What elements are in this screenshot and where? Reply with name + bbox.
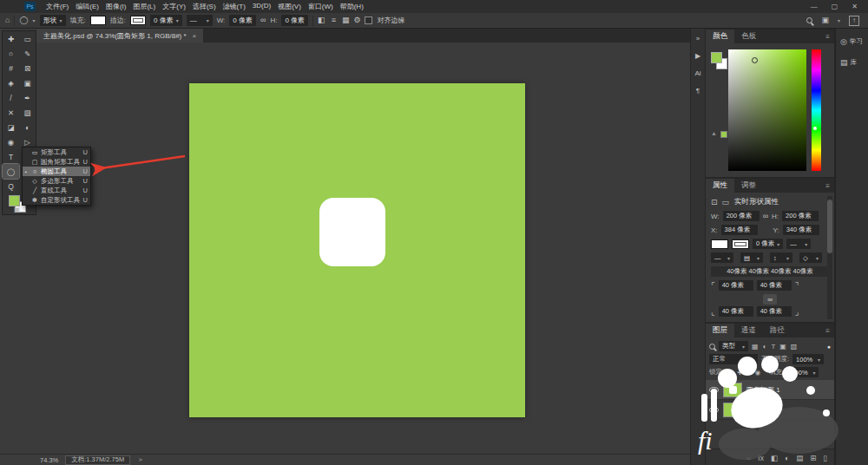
- flyout-rounded-rectangle-tool[interactable]: ▪ ▢ 圆角矩形工具 U: [23, 157, 90, 167]
- menu-item[interactable]: 3D(D): [249, 2, 274, 11]
- shape-height-field[interactable]: 0 像素: [281, 15, 308, 26]
- layer-style-icon[interactable]: fx: [758, 454, 764, 462]
- path-alignment-icon[interactable]: ≡: [332, 16, 336, 24]
- dodge-tool[interactable]: ◉: [3, 134, 19, 149]
- ai-panel-icon[interactable]: Ai: [694, 69, 700, 77]
- screen-mode-icon[interactable]: ▣: [14, 206, 21, 213]
- adjustment-layer-icon[interactable]: ◐: [785, 454, 789, 462]
- flyout-line-tool[interactable]: ▪ ╱ 直线工具 U: [23, 186, 90, 195]
- chevron-down-icon[interactable]: ▾: [838, 17, 840, 23]
- menu-item[interactable]: 帮助(H): [337, 2, 367, 11]
- layer-thumbnail[interactable]: [723, 383, 742, 397]
- menu-item[interactable]: 编辑(E): [72, 2, 102, 11]
- shape-y-field[interactable]: 340 像素: [783, 225, 819, 235]
- radius-tl-field[interactable]: 40 像素: [719, 280, 753, 291]
- align-edges-checkbox[interactable]: [365, 16, 372, 24]
- zoom-level[interactable]: 74.3%: [40, 456, 58, 464]
- panel-menu-icon[interactable]: ≡: [825, 33, 834, 41]
- status-chevron-icon[interactable]: ＞: [137, 455, 144, 464]
- libraries-panel-button[interactable]: ▤ 库: [840, 58, 868, 67]
- lock-transparent-icon[interactable]: ▨: [727, 369, 733, 377]
- workspace-icon[interactable]: ▣: [821, 16, 829, 24]
- layer-row[interactable]: 圆角矩形 1: [706, 380, 834, 400]
- rounded-rectangle-shape[interactable]: [319, 198, 385, 266]
- tab-channels[interactable]: 通道: [734, 324, 763, 337]
- layer-name[interactable]: 圆角矩形 1: [746, 385, 780, 395]
- visibility-eye-icon[interactable]: [709, 407, 719, 413]
- clone-stamp-tool[interactable]: ✒: [19, 90, 36, 105]
- gamut-warning-icon[interactable]: ▲: [711, 130, 717, 136]
- menu-item[interactable]: 滤镜(T): [220, 2, 249, 11]
- hue-slider[interactable]: [812, 49, 821, 171]
- document-tab[interactable]: 主题美化.psd @ 74.3%(圆角矩形 1, RGB/8#) * ×: [36, 29, 203, 43]
- radius-bl-field[interactable]: 40 像素: [719, 306, 753, 317]
- visibility-eye-icon[interactable]: [709, 387, 719, 393]
- link-dimensions-icon[interactable]: ∞: [260, 16, 266, 24]
- close-icon[interactable]: ✕: [852, 3, 858, 10]
- minimize-icon[interactable]: —: [811, 3, 818, 10]
- search-icon[interactable]: [806, 17, 812, 23]
- stroke-swatch[interactable]: [130, 16, 146, 25]
- lock-position-icon[interactable]: ✚: [737, 369, 742, 377]
- shape-w-field[interactable]: 200 像素: [723, 211, 760, 221]
- tool-mode-select[interactable]: 形状 ▾: [40, 15, 66, 26]
- hue-slider-marker[interactable]: [813, 127, 817, 130]
- filter-toggle-icon[interactable]: ●: [827, 344, 831, 350]
- radius-br-field[interactable]: 40 像素: [757, 306, 792, 317]
- menu-item[interactable]: 文件(F): [43, 2, 72, 11]
- filter-smart-object-icon[interactable]: ▧: [791, 343, 798, 350]
- frame-tool[interactable]: ⊠: [19, 61, 36, 75]
- stroke-width-select[interactable]: 0 像素 ▾: [753, 239, 783, 249]
- home-icon[interactable]: ⌂: [5, 16, 10, 24]
- foreground-color-swatch[interactable]: [9, 195, 20, 206]
- panel-menu-icon[interactable]: ≡: [825, 327, 834, 335]
- color-picker-marker[interactable]: [752, 57, 758, 63]
- filter-adjustment-icon[interactable]: ◐: [763, 343, 767, 350]
- shape-width-field[interactable]: 0 像素: [229, 15, 256, 26]
- menu-item[interactable]: 窗口(W): [305, 2, 337, 11]
- layer-mask-icon[interactable]: ◧: [771, 454, 778, 462]
- tab-color[interactable]: 颜色: [706, 29, 734, 43]
- zoom-tool[interactable]: Q: [3, 179, 19, 193]
- lasso-tool[interactable]: ○: [3, 46, 19, 61]
- layer-thumbnail[interactable]: [723, 403, 742, 417]
- radius-tr-field[interactable]: 40 像素: [757, 280, 792, 291]
- paragraph-panel-icon[interactable]: ¶: [696, 87, 700, 95]
- shape-h-field[interactable]: 200 像素: [782, 211, 819, 221]
- stroke-corner-select[interactable]: ◇ ▾: [799, 252, 822, 263]
- eraser-tool[interactable]: ▨: [19, 105, 36, 120]
- menu-item[interactable]: 视图(V): [274, 2, 305, 11]
- new-layer-icon[interactable]: ⊞: [810, 454, 816, 462]
- link-layers-icon[interactable]: ∞: [746, 454, 751, 462]
- type-tool[interactable]: T: [3, 149, 19, 164]
- shape-tool[interactable]: ◯: [3, 164, 19, 179]
- stroke-line-select[interactable]: — ▾: [786, 239, 811, 249]
- fill-swatch[interactable]: [711, 239, 728, 249]
- flyout-custom-shape-tool[interactable]: ▪ ✽ 自定形状工具 U: [23, 195, 90, 205]
- layer-filter-select[interactable]: 类型 ▾: [719, 341, 748, 351]
- share-icon[interactable]: ↑: [849, 16, 859, 26]
- stroke-type-select[interactable]: — ▾: [711, 252, 733, 263]
- healing-brush-tool[interactable]: ▣: [19, 75, 36, 90]
- link-radius-icon[interactable]: ∞: [763, 294, 777, 305]
- path-arrangement-icon[interactable]: ▦: [342, 16, 350, 24]
- fill-select[interactable]: 100% ▾: [787, 367, 819, 377]
- blend-mode-select[interactable]: 正常 ▾: [709, 354, 758, 364]
- tab-properties[interactable]: 属性: [706, 179, 734, 193]
- eyedropper-tool[interactable]: ◈: [3, 75, 19, 90]
- layer-row[interactable]: 背景: [706, 400, 834, 420]
- flyout-rectangle-tool[interactable]: ▪ ▭ 矩形工具 U: [23, 147, 90, 157]
- menu-item[interactable]: 图像(I): [102, 2, 130, 11]
- restore-icon[interactable]: ▢: [832, 3, 838, 10]
- learn-panel-button[interactable]: ◎ 学习: [840, 37, 868, 46]
- stroke-width-select[interactable]: 0 像素 ▾: [150, 15, 182, 26]
- path-operations-icon[interactable]: ◧: [318, 16, 326, 24]
- menu-item[interactable]: 图层(L): [129, 2, 159, 11]
- new-group-icon[interactable]: ▤: [796, 454, 803, 462]
- saturation-brightness-field[interactable]: [728, 49, 806, 171]
- panel-menu-icon[interactable]: ≡: [825, 182, 834, 190]
- web-color-chip[interactable]: [720, 131, 727, 138]
- tab-adjustments[interactable]: 调整: [734, 179, 763, 193]
- menu-item[interactable]: 选择(S): [189, 2, 220, 11]
- brush-tool[interactable]: /: [3, 90, 19, 105]
